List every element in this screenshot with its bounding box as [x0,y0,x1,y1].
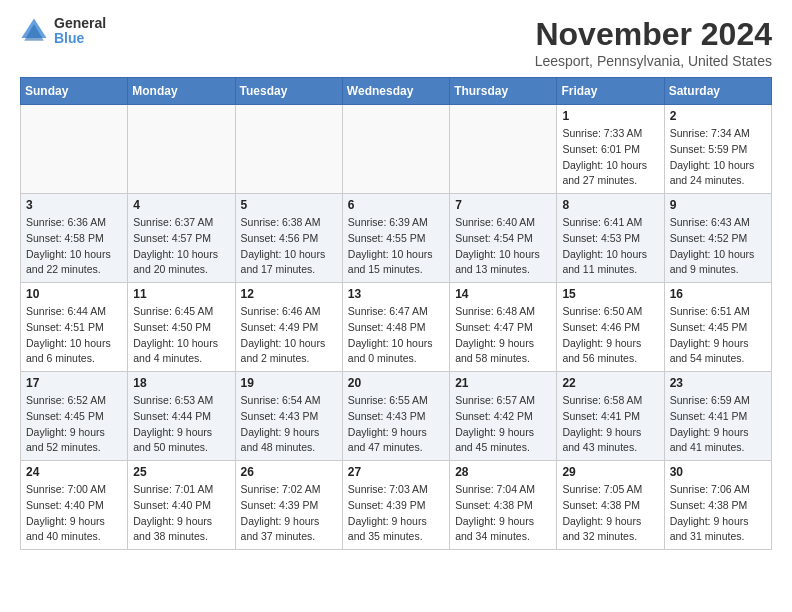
day-number: 16 [670,287,766,301]
day-info: Sunrise: 6:41 AMSunset: 4:53 PMDaylight:… [562,215,658,278]
day-info: Sunrise: 6:55 AMSunset: 4:43 PMDaylight:… [348,393,444,456]
calendar-cell: 23Sunrise: 6:59 AMSunset: 4:41 PMDayligh… [664,372,771,461]
day-number: 4 [133,198,229,212]
day-info: Sunrise: 7:04 AMSunset: 4:38 PMDaylight:… [455,482,551,545]
day-number: 24 [26,465,122,479]
day-number: 8 [562,198,658,212]
calendar-cell: 3Sunrise: 6:36 AMSunset: 4:58 PMDaylight… [21,194,128,283]
calendar-cell: 11Sunrise: 6:45 AMSunset: 4:50 PMDayligh… [128,283,235,372]
calendar-cell [342,105,449,194]
day-number: 20 [348,376,444,390]
day-number: 30 [670,465,766,479]
calendar-cell: 8Sunrise: 6:41 AMSunset: 4:53 PMDaylight… [557,194,664,283]
day-number: 6 [348,198,444,212]
calendar-cell: 30Sunrise: 7:06 AMSunset: 4:38 PMDayligh… [664,461,771,550]
day-number: 1 [562,109,658,123]
day-number: 19 [241,376,337,390]
calendar-cell: 16Sunrise: 6:51 AMSunset: 4:45 PMDayligh… [664,283,771,372]
calendar-cell: 29Sunrise: 7:05 AMSunset: 4:38 PMDayligh… [557,461,664,550]
calendar-week-1: 3Sunrise: 6:36 AMSunset: 4:58 PMDaylight… [21,194,772,283]
day-info: Sunrise: 6:44 AMSunset: 4:51 PMDaylight:… [26,304,122,367]
day-number: 18 [133,376,229,390]
day-number: 9 [670,198,766,212]
day-info: Sunrise: 6:52 AMSunset: 4:45 PMDaylight:… [26,393,122,456]
logo-blue-text: Blue [54,31,106,46]
calendar-cell: 21Sunrise: 6:57 AMSunset: 4:42 PMDayligh… [450,372,557,461]
calendar-week-4: 24Sunrise: 7:00 AMSunset: 4:40 PMDayligh… [21,461,772,550]
logo: General Blue [20,16,106,47]
calendar-cell [450,105,557,194]
day-number: 23 [670,376,766,390]
day-info: Sunrise: 6:37 AMSunset: 4:57 PMDaylight:… [133,215,229,278]
day-info: Sunrise: 6:45 AMSunset: 4:50 PMDaylight:… [133,304,229,367]
day-number: 12 [241,287,337,301]
calendar-cell: 9Sunrise: 6:43 AMSunset: 4:52 PMDaylight… [664,194,771,283]
day-number: 15 [562,287,658,301]
calendar-cell: 2Sunrise: 7:34 AMSunset: 5:59 PMDaylight… [664,105,771,194]
calendar-cell: 27Sunrise: 7:03 AMSunset: 4:39 PMDayligh… [342,461,449,550]
calendar-cell: 14Sunrise: 6:48 AMSunset: 4:47 PMDayligh… [450,283,557,372]
day-number: 17 [26,376,122,390]
location-title: Leesport, Pennsylvania, United States [535,53,772,69]
calendar-header-saturday: Saturday [664,78,771,105]
calendar-cell [21,105,128,194]
calendar-cell: 28Sunrise: 7:04 AMSunset: 4:38 PMDayligh… [450,461,557,550]
day-number: 22 [562,376,658,390]
calendar-cell: 10Sunrise: 6:44 AMSunset: 4:51 PMDayligh… [21,283,128,372]
day-number: 7 [455,198,551,212]
calendar-header-monday: Monday [128,78,235,105]
calendar-header-row: SundayMondayTuesdayWednesdayThursdayFrid… [21,78,772,105]
calendar-table: SundayMondayTuesdayWednesdayThursdayFrid… [20,77,772,550]
day-info: Sunrise: 6:47 AMSunset: 4:48 PMDaylight:… [348,304,444,367]
day-info: Sunrise: 6:51 AMSunset: 4:45 PMDaylight:… [670,304,766,367]
calendar-cell: 15Sunrise: 6:50 AMSunset: 4:46 PMDayligh… [557,283,664,372]
calendar-cell [128,105,235,194]
calendar-cell: 25Sunrise: 7:01 AMSunset: 4:40 PMDayligh… [128,461,235,550]
day-info: Sunrise: 7:02 AMSunset: 4:39 PMDaylight:… [241,482,337,545]
day-info: Sunrise: 6:53 AMSunset: 4:44 PMDaylight:… [133,393,229,456]
calendar-cell: 5Sunrise: 6:38 AMSunset: 4:56 PMDaylight… [235,194,342,283]
day-info: Sunrise: 6:54 AMSunset: 4:43 PMDaylight:… [241,393,337,456]
day-info: Sunrise: 7:05 AMSunset: 4:38 PMDaylight:… [562,482,658,545]
calendar-header-wednesday: Wednesday [342,78,449,105]
day-info: Sunrise: 7:01 AMSunset: 4:40 PMDaylight:… [133,482,229,545]
day-number: 21 [455,376,551,390]
day-info: Sunrise: 6:58 AMSunset: 4:41 PMDaylight:… [562,393,658,456]
calendar-cell: 24Sunrise: 7:00 AMSunset: 4:40 PMDayligh… [21,461,128,550]
day-info: Sunrise: 6:48 AMSunset: 4:47 PMDaylight:… [455,304,551,367]
day-number: 5 [241,198,337,212]
calendar-cell: 7Sunrise: 6:40 AMSunset: 4:54 PMDaylight… [450,194,557,283]
day-number: 10 [26,287,122,301]
day-info: Sunrise: 7:03 AMSunset: 4:39 PMDaylight:… [348,482,444,545]
calendar-week-2: 10Sunrise: 6:44 AMSunset: 4:51 PMDayligh… [21,283,772,372]
calendar-cell: 18Sunrise: 6:53 AMSunset: 4:44 PMDayligh… [128,372,235,461]
day-info: Sunrise: 7:00 AMSunset: 4:40 PMDaylight:… [26,482,122,545]
day-number: 2 [670,109,766,123]
logo-icon [20,17,48,45]
calendar-week-0: 1Sunrise: 7:33 AMSunset: 6:01 PMDaylight… [21,105,772,194]
calendar-cell: 20Sunrise: 6:55 AMSunset: 4:43 PMDayligh… [342,372,449,461]
calendar-cell: 26Sunrise: 7:02 AMSunset: 4:39 PMDayligh… [235,461,342,550]
day-number: 14 [455,287,551,301]
page-header: General Blue November 2024 Leesport, Pen… [20,16,772,69]
calendar-header-sunday: Sunday [21,78,128,105]
calendar-cell: 4Sunrise: 6:37 AMSunset: 4:57 PMDaylight… [128,194,235,283]
day-info: Sunrise: 6:43 AMSunset: 4:52 PMDaylight:… [670,215,766,278]
day-number: 11 [133,287,229,301]
calendar-header-friday: Friday [557,78,664,105]
day-info: Sunrise: 7:06 AMSunset: 4:38 PMDaylight:… [670,482,766,545]
day-info: Sunrise: 6:59 AMSunset: 4:41 PMDaylight:… [670,393,766,456]
day-info: Sunrise: 6:50 AMSunset: 4:46 PMDaylight:… [562,304,658,367]
calendar-cell: 13Sunrise: 6:47 AMSunset: 4:48 PMDayligh… [342,283,449,372]
day-info: Sunrise: 7:33 AMSunset: 6:01 PMDaylight:… [562,126,658,189]
day-info: Sunrise: 6:57 AMSunset: 4:42 PMDaylight:… [455,393,551,456]
calendar-header-tuesday: Tuesday [235,78,342,105]
calendar-cell: 22Sunrise: 6:58 AMSunset: 4:41 PMDayligh… [557,372,664,461]
calendar-cell: 17Sunrise: 6:52 AMSunset: 4:45 PMDayligh… [21,372,128,461]
day-number: 25 [133,465,229,479]
day-number: 28 [455,465,551,479]
calendar-cell: 1Sunrise: 7:33 AMSunset: 6:01 PMDaylight… [557,105,664,194]
day-number: 3 [26,198,122,212]
calendar-cell: 6Sunrise: 6:39 AMSunset: 4:55 PMDaylight… [342,194,449,283]
day-info: Sunrise: 6:38 AMSunset: 4:56 PMDaylight:… [241,215,337,278]
